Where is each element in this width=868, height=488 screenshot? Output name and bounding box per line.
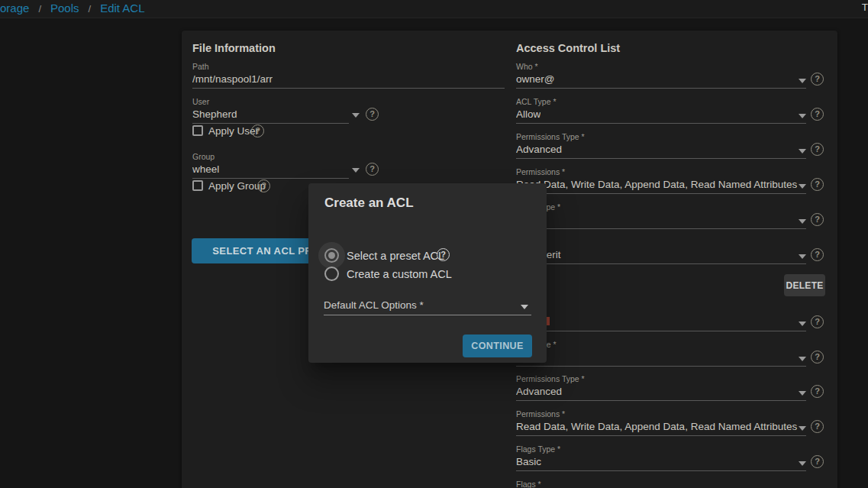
- path-label: Path: [192, 62, 209, 71]
- field-underline: [516, 88, 806, 89]
- acl-field-who-2: Who * ?: [516, 305, 837, 335]
- acl-field-flags-type-1: Flags Type * Basic ?: [516, 202, 837, 233]
- create-custom-acl-radio[interactable]: [324, 267, 339, 281]
- select-preset-acl-radio[interactable]: [324, 248, 339, 263]
- chevron-down-icon[interactable]: [799, 149, 806, 154]
- field-value[interactable]: Read Data, Write Data, Append Data, Read…: [516, 179, 797, 190]
- field-underline: [516, 366, 806, 367]
- acl-field-permissions-type-2: Permissions Type * Advanced ?: [516, 374, 837, 405]
- field-value[interactable]: Basic: [516, 456, 541, 467]
- breadcrumb-separator: /: [89, 3, 92, 15]
- breadcrumb-edit-acl[interactable]: Edit ACL: [100, 2, 144, 15]
- path-field: Path /mnt/naspool1/arr: [192, 62, 513, 92]
- help-icon[interactable]: ?: [811, 213, 824, 226]
- file-information-title: File Information: [192, 42, 276, 54]
- field-value[interactable]: owner@: [516, 73, 554, 85]
- field-underline: [516, 193, 806, 194]
- breadcrumb-storage[interactable]: orage: [0, 2, 29, 15]
- apply-group-checkbox[interactable]: [192, 180, 203, 191]
- help-icon[interactable]: ?: [811, 385, 824, 398]
- help-icon[interactable]: ?: [366, 108, 379, 121]
- acl-field-flags-2: Flags *: [516, 480, 837, 488]
- user-field: User Shepherd ?: [192, 97, 513, 128]
- select-underline: [324, 315, 531, 315]
- group-value[interactable]: wheel: [192, 163, 219, 175]
- default-acl-options-label: Default ACL Options *: [324, 299, 424, 311]
- field-underline: [192, 88, 505, 89]
- help-icon[interactable]: ?: [251, 124, 264, 137]
- apply-user-checkbox[interactable]: [192, 125, 203, 136]
- delete-acl-entry-button[interactable]: DELETE: [784, 274, 825, 296]
- chevron-down-icon[interactable]: [799, 461, 806, 466]
- field-value[interactable]: Allow: [516, 108, 540, 120]
- acl-field-flags-type-2: Flags Type * Basic ?: [516, 444, 837, 475]
- help-icon[interactable]: ?: [257, 179, 270, 192]
- field-label: Flags *: [516, 480, 541, 488]
- chevron-down-icon[interactable]: [799, 79, 806, 83]
- breadcrumb: orage/Pools/Edit ACL: [0, 2, 145, 15]
- help-icon[interactable]: ?: [811, 143, 824, 156]
- chevron-down-icon: [521, 305, 528, 309]
- help-icon[interactable]: ?: [811, 73, 824, 86]
- group-label: Group: [192, 152, 215, 161]
- default-acl-options-select[interactable]: Default ACL Options *: [324, 299, 534, 318]
- field-underline: [516, 400, 806, 401]
- field-underline: [516, 263, 806, 264]
- access-control-list-title: Access Control List: [516, 42, 620, 54]
- field-underline: [516, 435, 806, 436]
- user-label: User: [192, 97, 209, 106]
- continue-button[interactable]: CONTINUE: [463, 334, 532, 357]
- acl-field-acl-type-1: ACL Type * Allow ?: [516, 97, 837, 128]
- field-label: ACL Type *: [516, 97, 557, 106]
- field-value[interactable]: Read Data, Write Data, Append Data, Read…: [516, 421, 797, 432]
- help-icon[interactable]: ?: [437, 248, 450, 261]
- field-label: Permissions *: [516, 167, 565, 176]
- field-underline: [516, 228, 806, 229]
- breadcrumb-pools[interactable]: Pools: [50, 2, 79, 15]
- field-label: Who *: [516, 62, 538, 71]
- hidden-value-fragment: [547, 317, 550, 325]
- create-acl-dialog: Create an ACL Select a preset ACL ? Crea…: [308, 183, 547, 363]
- chevron-down-icon[interactable]: [799, 254, 806, 259]
- chevron-down-icon[interactable]: [799, 426, 806, 431]
- help-icon[interactable]: ?: [811, 351, 824, 364]
- radio-dot: [328, 252, 335, 259]
- field-label: Flags Type *: [516, 444, 560, 454]
- path-value[interactable]: /mnt/naspool1/arr: [192, 73, 273, 85]
- edit-acl-page: orage/Pools/Edit ACL Tr File Information…: [0, 0, 868, 488]
- field-underline: [516, 158, 806, 159]
- breadcrumb-separator: /: [38, 3, 41, 15]
- help-icon[interactable]: ?: [811, 455, 824, 468]
- user-value[interactable]: Shepherd: [192, 108, 237, 120]
- help-icon[interactable]: ?: [811, 108, 824, 121]
- acl-field-permissions-type-1: Permissions Type * Advanced ?: [516, 132, 837, 163]
- custom-acl-option-label: Create a custom ACL: [347, 268, 452, 280]
- field-underline: [516, 123, 806, 124]
- field-value[interactable]: Advanced: [516, 386, 562, 397]
- help-icon[interactable]: ?: [811, 315, 824, 328]
- topbar-right-text: Tr: [862, 2, 868, 13]
- help-icon[interactable]: ?: [366, 163, 379, 176]
- acl-field-who-1: Who * owner@ ?: [516, 62, 837, 92]
- field-value[interactable]: Advanced: [516, 144, 562, 155]
- chevron-down-icon[interactable]: [799, 391, 806, 396]
- field-label: Permissions Type *: [516, 132, 585, 141]
- field-label: Permissions *: [516, 409, 565, 419]
- chevron-down-icon[interactable]: [799, 114, 806, 118]
- chevron-down-icon[interactable]: [799, 184, 806, 189]
- acl-field-flags-1: Flags * No Inherit ?: [516, 238, 837, 268]
- chevron-down-icon[interactable]: [799, 357, 806, 361]
- field-underline: [192, 123, 349, 124]
- field-underline: [516, 470, 806, 471]
- chevron-down-icon[interactable]: [799, 219, 806, 224]
- acl-field-permissions-1: Permissions * Read Data, Write Data, App…: [516, 167, 837, 198]
- help-icon[interactable]: ?: [811, 178, 824, 191]
- help-icon[interactable]: ?: [811, 420, 824, 433]
- chevron-down-icon[interactable]: [352, 168, 360, 173]
- chevron-down-icon[interactable]: [352, 113, 360, 118]
- dialog-title: Create an ACL: [324, 196, 414, 211]
- field-underline: [192, 178, 349, 179]
- chevron-down-icon[interactable]: [799, 322, 806, 326]
- field-label: Permissions Type *: [516, 374, 585, 383]
- help-icon[interactable]: ?: [811, 248, 824, 261]
